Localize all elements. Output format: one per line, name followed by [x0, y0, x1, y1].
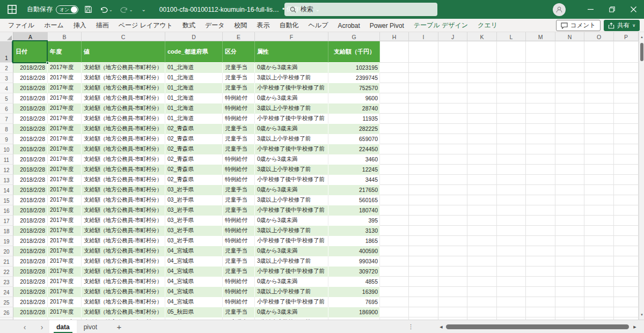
row17-cell-M[interactable]	[526, 216, 555, 226]
row9-cell-E[interactable]: 児童手当	[223, 134, 255, 144]
row20-cell-M[interactable]	[526, 246, 555, 256]
row14-cell-M[interactable]	[526, 185, 555, 195]
row21-cell-L[interactable]	[497, 256, 526, 267]
row-number-17[interactable]: 17	[0, 216, 13, 226]
row10-cell-J[interactable]	[438, 144, 467, 154]
row19-cell-L[interactable]	[497, 236, 526, 246]
row12-cell-D[interactable]: 02_青森県	[165, 165, 223, 175]
row23-cell-K[interactable]	[467, 277, 497, 287]
row25-cell-J[interactable]	[438, 297, 467, 307]
column-header-O[interactable]: O	[584, 32, 614, 41]
ribbon-tab-Acrobat[interactable]: Acrobat	[333, 19, 364, 32]
row25-cell-E[interactable]: 特例給付	[223, 297, 255, 307]
row10-cell-G[interactable]: 224450	[328, 144, 380, 154]
row24-cell-O[interactable]	[584, 287, 614, 297]
row26-cell-J[interactable]	[438, 307, 467, 317]
row3-cell-B[interactable]: 2017年度	[48, 73, 82, 83]
row8-cell-F[interactable]: 0歳から3歳未満	[255, 124, 328, 134]
row17-cell-P[interactable]	[614, 216, 639, 226]
row16-cell-M[interactable]	[526, 205, 555, 216]
ribbon-tab-自動化[interactable]: 自動化	[275, 19, 304, 32]
row2-cell-H[interactable]	[380, 63, 409, 73]
row13-cell-E[interactable]: 特例給付	[223, 175, 255, 185]
ribbon-tab-テーブル-デザイン[interactable]: テーブル デザイン	[409, 19, 473, 32]
row11-cell-J[interactable]	[438, 154, 467, 165]
close-button[interactable]	[623, 0, 644, 19]
ribbon-tab-データ[interactable]: データ	[200, 19, 230, 32]
row5-cell-O[interactable]	[584, 93, 614, 103]
row16-cell-B[interactable]: 2017年度	[48, 205, 82, 216]
row2-cell-O[interactable]	[584, 63, 614, 73]
row6-cell-J[interactable]	[438, 103, 467, 114]
row19-cell-B[interactable]: 2017年度	[48, 236, 82, 246]
search-input[interactable]: 検索	[284, 3, 437, 16]
row9-cell-C[interactable]: 支給額（地方公務員-市町村分）	[82, 134, 165, 144]
row17-cell-F[interactable]: 0歳から3歳未満	[255, 216, 328, 226]
row7-cell-C[interactable]: 支給額（地方公務員-市町村分）	[82, 114, 165, 124]
row19-cell-D[interactable]: 03_岩手県	[165, 236, 223, 246]
row-number-23[interactable]: 23	[0, 277, 13, 287]
row26-cell-P[interactable]	[614, 307, 639, 317]
row24-cell-G[interactable]: 16390	[328, 287, 380, 297]
row21-cell-F[interactable]: 3歳以上小学校修了前	[255, 256, 328, 267]
scroll-up-icon[interactable]: ▲	[639, 33, 644, 41]
column-header-N[interactable]: N	[555, 32, 584, 41]
row13-cell-F[interactable]: 小学校修了後中学校修了前	[255, 175, 328, 185]
row5-cell-F[interactable]: 0歳から3歳未満	[255, 93, 328, 103]
row26-cell-B[interactable]: 2017年度	[48, 307, 82, 317]
row22-cell-J[interactable]	[438, 267, 467, 277]
row5-cell-M[interactable]	[526, 93, 555, 103]
row21-cell-P[interactable]	[614, 256, 639, 267]
row10-cell-P[interactable]	[614, 144, 639, 154]
ribbon-tab-Power-Pivot[interactable]: Power Pivot	[365, 19, 409, 32]
row26-cell-L[interactable]	[497, 307, 526, 317]
header-row-cell-K[interactable]	[467, 41, 497, 63]
restore-button[interactable]	[601, 0, 623, 19]
row-number-13[interactable]: 13	[0, 175, 13, 185]
scroll-right-icon[interactable]: ▶	[631, 320, 639, 333]
row15-cell-G[interactable]: 560165	[328, 195, 380, 205]
row22-cell-G[interactable]: 309720	[328, 267, 380, 277]
row21-cell-B[interactable]: 2017年度	[48, 256, 82, 267]
row4-cell-E[interactable]: 児童手当	[223, 83, 255, 93]
row12-cell-I[interactable]	[409, 165, 438, 175]
row5-cell-N[interactable]	[555, 93, 584, 103]
row21-cell-O[interactable]	[584, 256, 614, 267]
row19-cell-I[interactable]	[409, 236, 438, 246]
minimize-button[interactable]	[580, 0, 601, 19]
row10-cell-K[interactable]	[467, 144, 497, 154]
row17-cell-D[interactable]: 03_岩手県	[165, 216, 223, 226]
row5-cell-A[interactable]: 2018/2/28	[13, 93, 48, 103]
row24-cell-H[interactable]	[380, 287, 409, 297]
row17-cell-H[interactable]	[380, 216, 409, 226]
row24-cell-K[interactable]	[467, 287, 497, 297]
row10-cell-N[interactable]	[555, 144, 584, 154]
row8-cell-D[interactable]: 02_青森県	[165, 124, 223, 134]
row18-cell-K[interactable]	[467, 226, 497, 236]
row24-cell-C[interactable]: 支給額（地方公務員-市町村分）	[82, 287, 165, 297]
row7-cell-P[interactable]	[614, 114, 639, 124]
header-cell-A1[interactable]: 日付	[13, 41, 48, 63]
row13-cell-K[interactable]	[467, 175, 497, 185]
row5-cell-E[interactable]: 特例給付	[223, 93, 255, 103]
row21-cell-I[interactable]	[409, 256, 438, 267]
row7-cell-J[interactable]	[438, 114, 467, 124]
column-header-P[interactable]: P	[614, 32, 639, 41]
row18-cell-G[interactable]: 3130	[328, 226, 380, 236]
row-number-24[interactable]: 24	[0, 287, 13, 297]
row10-cell-A[interactable]: 2018/2/28	[13, 144, 48, 154]
redo-button[interactable]: ⌄	[119, 5, 135, 14]
row20-cell-N[interactable]	[555, 246, 584, 256]
undo-button[interactable]: ⌄	[98, 5, 114, 14]
row14-cell-P[interactable]	[614, 185, 639, 195]
row3-cell-F[interactable]: 3歳以上小学校修了前	[255, 73, 328, 83]
row26-cell-F[interactable]: 0歳から3歳未満	[255, 307, 328, 317]
row-number-11[interactable]: 11	[0, 154, 13, 165]
row4-cell-K[interactable]	[467, 83, 497, 93]
row15-cell-C[interactable]: 支給額（地方公務員-市町村分）	[82, 195, 165, 205]
row22-cell-K[interactable]	[467, 267, 497, 277]
row8-cell-H[interactable]	[380, 124, 409, 134]
row7-cell-B[interactable]: 2017年度	[48, 114, 82, 124]
row8-cell-A[interactable]: 2018/2/28	[13, 124, 48, 134]
row23-cell-F[interactable]: 0歳から3歳未満	[255, 277, 328, 287]
